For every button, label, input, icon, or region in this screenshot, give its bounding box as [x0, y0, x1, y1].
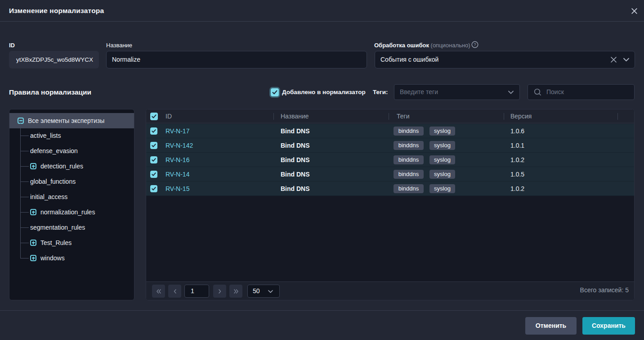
svg-text:?: ? [474, 42, 476, 47]
